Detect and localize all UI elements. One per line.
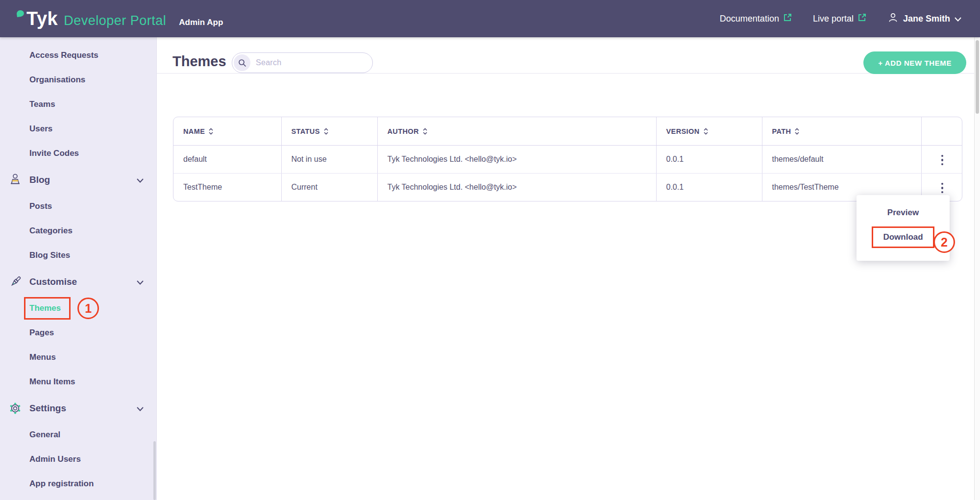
chevron-down-icon xyxy=(137,276,144,287)
kebab-menu-icon[interactable] xyxy=(936,180,949,197)
sidebar-item-label: Menu Items xyxy=(29,377,75,387)
sidebar-item-invite-codes[interactable]: Invite Codes xyxy=(0,141,156,166)
annotation-circle-1: 1 xyxy=(77,298,99,319)
sidebar-item-menus[interactable]: Menus xyxy=(0,345,156,370)
sidebar-item-label: Invite Codes xyxy=(29,149,79,158)
sort-icon xyxy=(323,127,329,135)
sidebar-section-label: Settings xyxy=(29,403,66,414)
sidebar: Access Requests Organisations Teams User… xyxy=(0,37,157,500)
sidebar-item-menu-items[interactable]: Menu Items xyxy=(0,370,156,394)
sidebar-item-admin-users[interactable]: Admin Users xyxy=(0,447,156,472)
column-header-version[interactable]: VERSION xyxy=(656,117,762,145)
nav-documentation-label: Documentation xyxy=(720,14,779,24)
sidebar-item-users[interactable]: Users xyxy=(0,117,156,141)
sidebar-item-organisations[interactable]: Organisations xyxy=(0,68,156,92)
sidebar-section-customise[interactable]: Customise xyxy=(0,270,156,294)
table-header-row: NAME STATUS AUTHOR xyxy=(173,117,962,145)
sidebar-item-label-active: Themes xyxy=(29,303,61,313)
sidebar-item-label: Users xyxy=(29,124,52,134)
sidebar-item-pages[interactable]: Pages xyxy=(0,321,156,345)
external-link-icon xyxy=(858,13,867,25)
user-menu[interactable]: Jane Smith xyxy=(887,12,961,25)
column-header-path[interactable]: PATH xyxy=(762,117,921,145)
sidebar-item-label: Teams xyxy=(29,100,55,109)
row-context-menu: Preview Download xyxy=(857,195,950,261)
page-title: Themes xyxy=(172,53,226,70)
sidebar-item-label: Categories xyxy=(29,226,73,236)
column-header-name[interactable]: NAME xyxy=(173,117,281,145)
sidebar-item-label: General xyxy=(29,430,60,440)
sidebar-item-access-requests[interactable]: Access Requests xyxy=(0,43,156,68)
annotation-box-2[interactable]: Download xyxy=(872,226,934,248)
kebab-menu-icon[interactable] xyxy=(936,152,949,169)
sidebar-item-label: Access Requests xyxy=(29,50,98,60)
tyk-leaf-icon xyxy=(16,10,24,17)
sidebar-item-posts[interactable]: Posts xyxy=(0,194,156,219)
blog-icon xyxy=(8,173,23,187)
column-label: AUTHOR xyxy=(388,127,419,135)
cell-author: Tyk Technologies Ltd. <hello@tyk.io> xyxy=(377,145,656,173)
column-header-actions xyxy=(921,117,962,145)
cell-path: themes/default xyxy=(762,145,921,173)
sidebar-item-blog-sites[interactable]: Blog Sites xyxy=(0,243,156,268)
column-label: PATH xyxy=(772,127,791,135)
sidebar-section-settings[interactable]: Settings xyxy=(0,396,156,421)
sidebar-item-label: Pages xyxy=(29,328,54,338)
sidebar-item-label: Menus xyxy=(29,352,56,362)
nav-live-portal-link[interactable]: Live portal xyxy=(813,13,867,25)
cell-author: Tyk Technologies Ltd. <hello@tyk.io> xyxy=(377,173,656,201)
page-titlebar: Themes + ADD NEW THEME xyxy=(157,37,974,74)
sidebar-item-label: App registration xyxy=(29,479,94,489)
tyk-logo: Tyk Developer Portal Admin App xyxy=(17,8,223,29)
sidebar-item-label: Blog Sites xyxy=(29,250,70,260)
cell-status: Current xyxy=(281,173,377,201)
sidebar-item-teams[interactable]: Teams xyxy=(0,92,156,117)
user-name: Jane Smith xyxy=(903,14,950,24)
sidebar-item-themes[interactable]: Themes 1 xyxy=(0,296,156,321)
tyk-wordmark: Tyk xyxy=(17,8,58,29)
sidebar-item-general[interactable]: General xyxy=(0,423,156,447)
sidebar-nav: Access Requests Organisations Teams User… xyxy=(0,43,156,496)
search-box xyxy=(232,52,373,73)
cell-name: TestTheme xyxy=(173,173,281,201)
sidebar-section-label: Blog xyxy=(29,175,50,185)
chevron-down-icon xyxy=(137,175,144,185)
nav-live-portal-label: Live portal xyxy=(813,14,854,24)
gear-icon xyxy=(8,401,23,416)
sort-icon xyxy=(208,127,214,135)
column-header-author[interactable]: AUTHOR xyxy=(377,117,656,145)
sidebar-item-label: Organisations xyxy=(29,75,85,85)
themes-table: NAME STATUS AUTHOR xyxy=(173,117,962,201)
app-window: Tyk Developer Portal Admin App Documenta… xyxy=(0,0,980,500)
paintbrush-icon xyxy=(8,275,23,289)
add-new-theme-button[interactable]: + ADD NEW THEME xyxy=(863,51,966,74)
sidebar-scrollbar-thumb[interactable] xyxy=(153,441,156,500)
sidebar-item-label: Posts xyxy=(29,201,52,211)
sidebar-section-blog[interactable]: Blog xyxy=(0,168,156,192)
menu-item-preview[interactable]: Preview xyxy=(857,205,950,226)
main-content: Themes + ADD NEW THEME xyxy=(157,37,974,500)
sidebar-item-categories[interactable]: Categories xyxy=(0,219,156,243)
sort-icon xyxy=(422,127,428,135)
cell-version: 0.0.1 xyxy=(656,173,762,201)
app-label: Admin App xyxy=(179,18,223,27)
column-label: VERSION xyxy=(666,127,700,135)
cell-status: Not in use xyxy=(281,145,377,173)
chevron-down-icon xyxy=(137,403,144,414)
search-input[interactable] xyxy=(256,58,359,67)
column-label: NAME xyxy=(183,127,205,135)
sidebar-section-label: Customise xyxy=(29,276,77,287)
sidebar-item-app-registration[interactable]: App registration xyxy=(0,472,156,496)
column-header-status[interactable]: STATUS xyxy=(281,117,377,145)
page-scrollbar-thumb[interactable] xyxy=(976,40,979,114)
brand-text: Tyk xyxy=(26,8,58,29)
column-label: STATUS xyxy=(292,127,320,135)
nav-documentation-link[interactable]: Documentation xyxy=(720,13,792,25)
annotation-circle-2: 2 xyxy=(933,231,955,253)
annotation-box-1: Themes xyxy=(24,297,71,320)
table-row-testtheme: TestTheme Current Tyk Technologies Ltd. … xyxy=(173,173,962,201)
page-scrollbar[interactable] xyxy=(974,37,980,500)
sidebar-item-label: Admin Users xyxy=(29,454,81,464)
table-row-default: default Not in use Tyk Technologies Ltd.… xyxy=(173,145,962,173)
chevron-down-icon xyxy=(955,14,961,24)
